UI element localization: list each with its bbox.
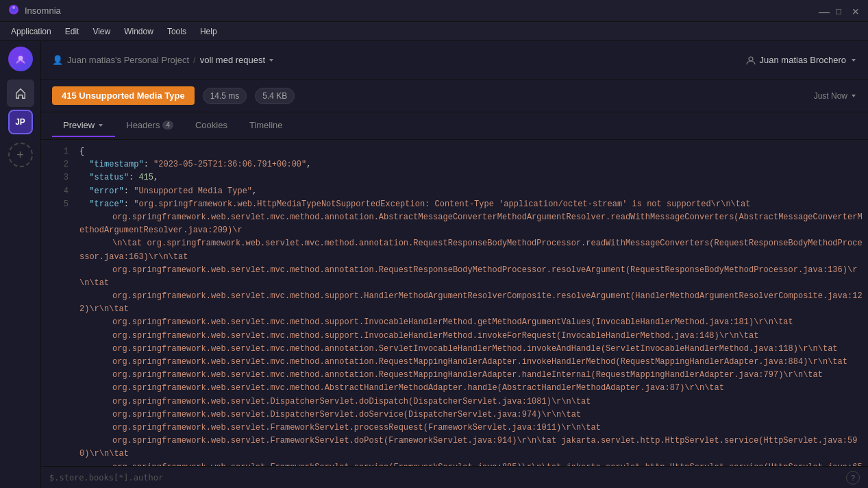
project-header: 👤 Juan matias's Personal Project / voll … — [41, 41, 868, 80]
status-badge: 415 Unsupported Media Type — [52, 86, 195, 105]
user-name: Juan matias Brochero — [760, 55, 846, 65]
menu-tools[interactable]: Tools — [162, 24, 192, 39]
app-icon — [8, 4, 19, 18]
menubar: Application Edit View Window Tools Help — [0, 22, 868, 41]
headers-badge: 4 — [162, 121, 173, 130]
main-layout: JP + 👤 Juan matias's Personal Project / … — [0, 41, 868, 488]
menu-application[interactable]: Application — [5, 24, 57, 39]
tab-headers[interactable]: Headers 4 — [115, 114, 184, 137]
project-nav: 👤 Juan matias's Personal Project / voll … — [52, 55, 275, 65]
icon-sidebar: JP + — [0, 41, 41, 488]
sidebar-jp-label: JP — [15, 117, 25, 127]
tabs-bar: Preview Headers 4 Cookies Timeline — [41, 112, 868, 140]
svg-point-2 — [12, 6, 15, 9]
response-time: 14.5 ms — [203, 88, 247, 104]
menu-window[interactable]: Window — [119, 24, 159, 39]
svg-point-5 — [749, 57, 753, 61]
code-line-4: 4 "error": "Unsupported Media Type", — [41, 185, 868, 198]
app-title: Insomnia — [25, 5, 819, 16]
sidebar-home-icon[interactable] — [8, 47, 33, 71]
user-icon: 👤 — [52, 55, 63, 65]
sidebar-add-button[interactable]: + — [8, 143, 33, 167]
tab-timeline[interactable]: Timeline — [238, 114, 294, 137]
window-controls: — ◻ ✕ — [819, 7, 860, 15]
code-line-5: 5 "trace": "org.springframework.web.Http… — [41, 198, 868, 466]
tab-cookies[interactable]: Cookies — [184, 114, 238, 137]
sidebar-home-button[interactable] — [7, 80, 34, 107]
menu-view[interactable]: View — [87, 24, 116, 39]
response-size: 5.4 KB — [255, 88, 295, 104]
status-bar: 415 Unsupported Media Type 14.5 ms 5.4 K… — [41, 80, 868, 112]
code-line-3: 3 "status": 415, — [41, 171, 868, 184]
request-name[interactable]: voll med request — [200, 55, 275, 65]
user-info: Juan matias Brochero — [746, 55, 857, 65]
project-name: Juan matias's Personal Project — [67, 55, 189, 65]
code-area[interactable]: 1 { 2 "timestamp": "2023-05-25T21:36:06.… — [41, 140, 868, 466]
close-button[interactable]: ✕ — [852, 7, 860, 15]
status-meta: 14.5 ms 5.4 KB — [203, 88, 295, 104]
nav-separator: / — [193, 55, 196, 65]
bottom-bar: $.store.books[*].author ? — [41, 466, 868, 488]
bottom-right: ? — [846, 471, 860, 485]
tab-preview[interactable]: Preview — [52, 114, 115, 137]
code-line-1: 1 { — [41, 145, 868, 158]
minimize-button[interactable]: — — [819, 7, 827, 15]
content-area: 👤 Juan matias's Personal Project / voll … — [41, 41, 868, 488]
filter-text: $.store.books[*].author — [49, 473, 163, 483]
svg-point-4 — [18, 56, 23, 61]
timestamp-button[interactable]: Just Now — [814, 91, 857, 101]
sidebar-jp-button[interactable]: JP — [8, 110, 33, 134]
maximize-button[interactable]: ◻ — [835, 7, 843, 15]
titlebar: Insomnia — ◻ ✕ — [0, 0, 868, 22]
help-button[interactable]: ? — [846, 471, 860, 485]
menu-help[interactable]: Help — [195, 24, 223, 39]
code-line-2: 2 "timestamp": "2023-05-25T21:36:06.791+… — [41, 158, 868, 171]
menu-edit[interactable]: Edit — [60, 24, 85, 39]
